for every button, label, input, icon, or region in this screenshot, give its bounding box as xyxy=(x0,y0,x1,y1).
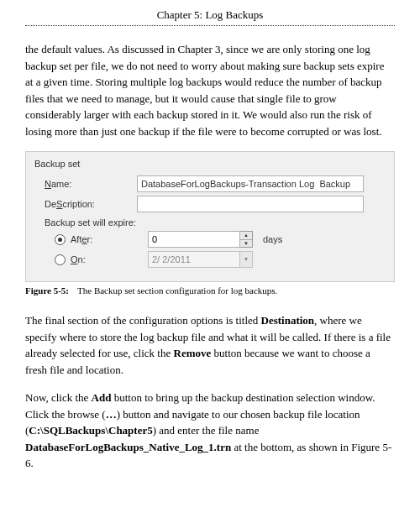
name-row: Name: xyxy=(45,175,386,192)
spinner-up-icon[interactable]: ▲ xyxy=(240,232,252,240)
backup-set-panel: Backup set Name: DeScription: Backup set… xyxy=(25,151,395,282)
spinner-down-icon[interactable]: ▼ xyxy=(240,240,252,248)
description-row: DeScription: xyxy=(45,196,386,212)
on-row: On: ▼ xyxy=(55,251,386,268)
description-input[interactable] xyxy=(137,196,364,212)
figure-label: Figure 5-5: xyxy=(25,285,69,296)
body-paragraph-1: the default values. As discussed in Chap… xyxy=(25,41,395,139)
expire-label: Backup set will expire: xyxy=(45,217,386,228)
chapter-header: Chapter 5: Log Backups xyxy=(25,8,395,26)
after-row: After: ▲ ▼ days xyxy=(55,231,386,248)
name-input[interactable] xyxy=(137,175,364,192)
date-dropdown-icon: ▼ xyxy=(240,251,253,268)
after-label: After: xyxy=(71,234,148,244)
on-label: On: xyxy=(71,254,148,264)
after-value-input[interactable] xyxy=(148,231,240,248)
description-label: DeScription: xyxy=(45,199,137,209)
figure-caption-text: The Backup set section configuration for… xyxy=(77,285,277,296)
days-label: days xyxy=(263,234,282,244)
figure-caption: Figure 5-5:The Backup set section config… xyxy=(25,285,395,296)
body-paragraph-2: The final section of the configuration o… xyxy=(25,312,395,378)
body-paragraph-3: Now, click the Add button to bring up th… xyxy=(25,390,395,472)
on-date-input xyxy=(148,251,240,268)
panel-title: Backup set xyxy=(34,159,386,169)
after-radio[interactable] xyxy=(55,234,66,245)
name-label: Name: xyxy=(45,179,137,189)
on-radio[interactable] xyxy=(55,254,66,265)
spinner-buttons[interactable]: ▲ ▼ xyxy=(240,231,253,248)
